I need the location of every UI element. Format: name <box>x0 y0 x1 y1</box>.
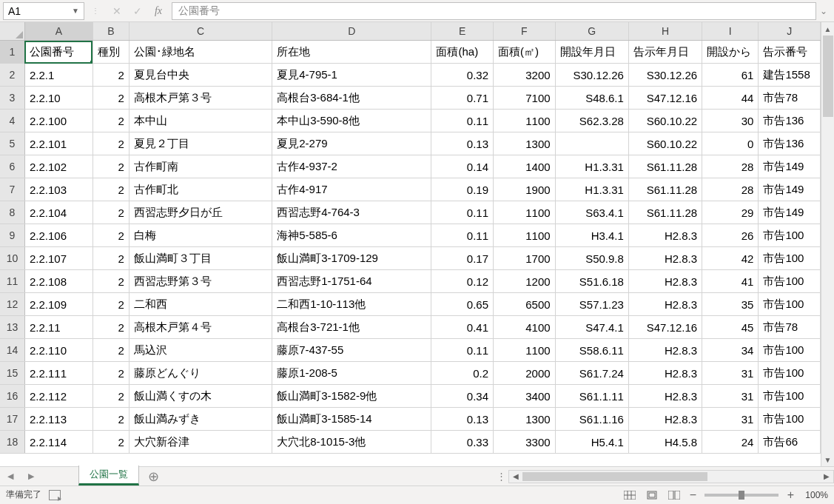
column-header[interactable]: B <box>93 22 129 41</box>
cell[interactable]: 種別 <box>93 41 129 64</box>
cell[interactable]: 1100 <box>494 339 556 362</box>
cell[interactable]: 開設年月日 <box>555 41 628 64</box>
formula-input[interactable]: 公園番号 <box>172 2 816 20</box>
row-header[interactable]: 5 <box>0 132 24 155</box>
cell[interactable]: 2.2.104 <box>24 201 93 224</box>
cell[interactable]: 2.2.110 <box>24 339 93 362</box>
cell[interactable]: H3.4.1 <box>555 224 628 247</box>
cell[interactable]: 45 <box>702 316 759 339</box>
select-all-corner[interactable] <box>0 22 24 41</box>
cell[interactable]: H4.5.8 <box>628 431 702 454</box>
accept-formula-button[interactable]: ✓ <box>127 2 148 20</box>
name-box-dropdown-icon[interactable]: ▼ <box>72 7 79 15</box>
cells-table[interactable]: ABCDEFGHIJ 1公園番号種別公園･緑地名所在地面積(ha)面積(㎡)開設… <box>0 22 821 454</box>
cell[interactable]: 大穴北8-1015-3他 <box>272 431 431 454</box>
cell[interactable]: 1200 <box>494 270 556 293</box>
view-page-layout-button[interactable] <box>642 488 662 502</box>
cell[interactable]: H2.8.3 <box>628 339 702 362</box>
column-header[interactable]: F <box>494 22 556 41</box>
zoom-percent[interactable]: 100% <box>805 490 828 500</box>
cell[interactable]: 31 <box>702 362 759 385</box>
row-header[interactable]: 12 <box>0 293 24 316</box>
cell[interactable]: 0.14 <box>431 155 494 178</box>
cell[interactable]: 28 <box>702 155 759 178</box>
cell[interactable]: 市告100 <box>759 362 821 385</box>
cell[interactable]: 31 <box>702 408 759 431</box>
column-header[interactable]: E <box>431 22 494 41</box>
cell[interactable]: 1900 <box>494 178 556 201</box>
cell[interactable]: 夏見台中央 <box>129 64 272 87</box>
cell[interactable]: 西習志野夕日が丘 <box>129 201 272 224</box>
cell[interactable]: H2.8.3 <box>628 408 702 431</box>
row-header[interactable]: 6 <box>0 155 24 178</box>
cell[interactable]: 2.2.108 <box>24 270 93 293</box>
cell[interactable]: 公園番号 <box>24 41 93 64</box>
cell[interactable]: 2.2.10 <box>24 87 93 110</box>
cell[interactable]: H2.8.3 <box>628 385 702 408</box>
cell[interactable]: 古作町北 <box>129 178 272 201</box>
cell[interactable]: 市告100 <box>759 385 821 408</box>
cell[interactable]: 3300 <box>494 431 556 454</box>
cell[interactable]: S58.6.11 <box>555 339 628 362</box>
cell[interactable]: 2.2.102 <box>24 155 93 178</box>
zoom-slider[interactable] <box>704 494 778 497</box>
cell[interactable]: 高根木戸第３号 <box>129 87 272 110</box>
cell[interactable]: 建告1558 <box>759 64 821 87</box>
scroll-left-icon[interactable]: ◀ <box>509 472 522 480</box>
cell[interactable]: 2.2.107 <box>24 247 93 270</box>
cell[interactable]: 藤原7-437-55 <box>272 339 431 362</box>
cell[interactable]: 白梅 <box>129 224 272 247</box>
column-header[interactable]: C <box>129 22 272 41</box>
cell[interactable]: 市告149 <box>759 178 821 201</box>
cell[interactable]: H1.3.31 <box>555 178 628 201</box>
column-header[interactable]: A <box>24 22 93 41</box>
tab-nav-prev-icon[interactable]: ◀ <box>0 471 21 481</box>
cell[interactable]: S60.10.22 <box>628 110 702 132</box>
cell[interactable]: 0.11 <box>431 339 494 362</box>
cell[interactable]: S61.11.28 <box>628 201 702 224</box>
cell[interactable]: 2 <box>93 87 129 110</box>
cell[interactable]: 市告136 <box>759 110 821 132</box>
cell[interactable]: 0.13 <box>431 132 494 155</box>
cell[interactable]: 市告66 <box>759 431 821 454</box>
cell[interactable]: 29 <box>702 201 759 224</box>
cell[interactable]: 2 <box>93 339 129 362</box>
cell[interactable]: 6500 <box>494 293 556 316</box>
cell[interactable]: 3400 <box>494 385 556 408</box>
cancel-formula-button[interactable]: ✕ <box>107 2 127 20</box>
cell[interactable]: 夏見4-795-1 <box>272 64 431 87</box>
cell[interactable]: 2 <box>93 247 129 270</box>
cell[interactable]: 2 <box>93 408 129 431</box>
cell[interactable]: 高根木戸第４号 <box>129 316 272 339</box>
cell[interactable]: 7100 <box>494 87 556 110</box>
cell[interactable]: S61.7.24 <box>555 362 628 385</box>
cell[interactable]: 市告100 <box>759 339 821 362</box>
cell[interactable]: 本中山3-590-8他 <box>272 110 431 132</box>
cell[interactable]: 1100 <box>494 224 556 247</box>
cell[interactable]: 海神5-585-6 <box>272 224 431 247</box>
cell[interactable]: 2 <box>93 362 129 385</box>
cell[interactable]: S60.10.22 <box>628 132 702 155</box>
cell[interactable]: 2 <box>93 270 129 293</box>
cell[interactable]: 0.33 <box>431 431 494 454</box>
row-header[interactable]: 1 <box>0 41 24 64</box>
cell[interactable]: 2.2.103 <box>24 178 93 201</box>
column-header[interactable]: J <box>759 22 821 41</box>
row-header[interactable]: 14 <box>0 339 24 362</box>
row-header[interactable]: 8 <box>0 201 24 224</box>
view-normal-button[interactable] <box>620 488 639 502</box>
row-header[interactable]: 16 <box>0 385 24 408</box>
column-header[interactable]: D <box>272 22 431 41</box>
cell[interactable]: 0.12 <box>431 270 494 293</box>
cell[interactable]: S51.6.18 <box>555 270 628 293</box>
cell[interactable]: 市告100 <box>759 408 821 431</box>
scroll-up-icon[interactable]: ▲ <box>821 22 834 36</box>
cell[interactable]: 2.2.100 <box>24 110 93 132</box>
cell[interactable]: 2.2.11 <box>24 316 93 339</box>
cell[interactable]: 市告100 <box>759 270 821 293</box>
cell[interactable]: S48.6.1 <box>555 87 628 110</box>
cell[interactable]: 大穴新谷津 <box>129 431 272 454</box>
cell[interactable]: 藤原どんぐり <box>129 362 272 385</box>
cell[interactable]: 26 <box>702 224 759 247</box>
cell[interactable]: 飯山満町３丁目 <box>129 247 272 270</box>
